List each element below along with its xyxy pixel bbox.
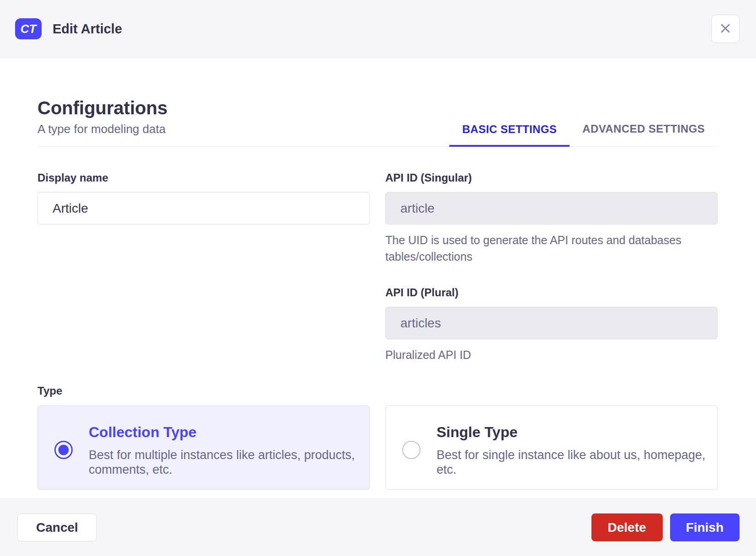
display-name-label: Display name	[37, 171, 370, 184]
close-icon	[719, 21, 732, 37]
section-head: Configurations A type for modeling data …	[37, 97, 718, 147]
collection-type-card[interactable]: Collection Type Best for multiple instan…	[37, 406, 370, 490]
collection-type-radio[interactable]	[54, 441, 73, 459]
collection-type-title: Collection Type	[89, 424, 362, 441]
api-id-plural-hint: Pluralized API ID	[385, 347, 718, 364]
api-id-singular-input	[385, 192, 718, 225]
tab-basic-settings[interactable]: BASIC SETTINGS	[449, 123, 570, 147]
single-type-card[interactable]: Single Type Best for single instance lik…	[385, 406, 718, 490]
type-section-label: Type	[37, 385, 718, 397]
api-id-singular-field: API ID (Singular) The UID is used to gen…	[385, 171, 718, 265]
modal-footer: Cancel Delete Finish	[0, 498, 756, 556]
type-section: Type Collection Type Best for multiple i…	[37, 385, 718, 490]
api-id-plural-label: API ID (Plural)	[385, 286, 718, 299]
tab-list: BASIC SETTINGS ADVANCED SETTINGS	[449, 123, 718, 146]
api-id-plural-field: API ID (Plural) Pluralized API ID	[385, 286, 718, 364]
api-id-singular-label: API ID (Singular)	[385, 171, 718, 184]
single-type-title: Single Type	[437, 424, 710, 441]
modal-title: Edit Article	[53, 21, 122, 37]
form-column-left: Display name	[37, 171, 370, 364]
collection-type-description: Best for multiple instances like article…	[89, 448, 362, 478]
section-heading-block: Configurations A type for modeling data	[37, 97, 167, 146]
tab-advanced-settings[interactable]: ADVANCED SETTINGS	[570, 123, 718, 146]
single-type-description: Best for single instance like about us, …	[437, 448, 710, 478]
configuration-form: Display name API ID (Singular) The UID i…	[37, 171, 718, 364]
section-title: Configurations	[37, 97, 167, 118]
close-button[interactable]	[711, 15, 740, 43]
content-type-badge: CT	[15, 18, 42, 39]
section-subtitle: A type for modeling data	[37, 122, 167, 136]
single-type-radio[interactable]	[402, 441, 421, 459]
type-options: Collection Type Best for multiple instan…	[37, 406, 718, 490]
api-id-plural-input	[385, 307, 718, 339]
display-name-field: Display name	[37, 171, 370, 225]
form-column-right: API ID (Singular) The UID is used to gen…	[385, 171, 718, 364]
modal-body: Configurations A type for modeling data …	[0, 58, 756, 498]
modal-header: CT Edit Article	[0, 0, 756, 58]
finish-button[interactable]: Finish	[670, 513, 740, 541]
api-id-singular-hint: The UID is used to generate the API rout…	[385, 232, 718, 265]
delete-button[interactable]: Delete	[591, 513, 663, 541]
display-name-input[interactable]	[37, 192, 370, 225]
cancel-button[interactable]: Cancel	[17, 513, 97, 541]
edit-content-type-modal: CT Edit Article Configurations A type fo…	[0, 0, 756, 556]
